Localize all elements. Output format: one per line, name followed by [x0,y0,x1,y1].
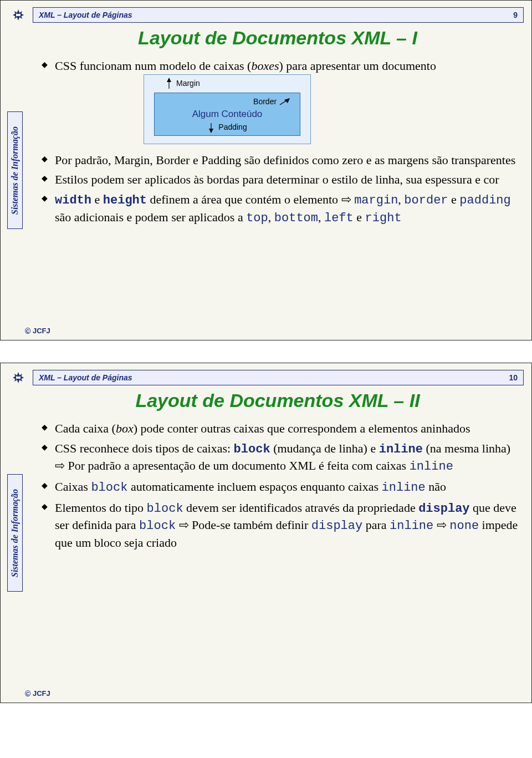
svg-marker-20 [14,378,17,381]
footer-text: JCFJ [33,327,50,335]
footer-text: JCFJ [33,689,50,698]
kw: display [418,502,469,516]
arrow-diag-icon [279,98,291,106]
side-label: Sistemas de Informação [7,111,23,229]
kw: inline [379,442,423,456]
text: definem a área que contém o elemento [147,192,341,206]
bullet-list: CSS funcionam num modelo de caixas (boxe… [36,58,519,226]
svg-marker-21 [19,378,22,381]
code: border [404,194,448,207]
code: bottom [274,211,318,225]
code: inline [382,481,426,495]
copyright-icon: © [25,689,30,698]
text: são adicionais e podem ser aplicados a [55,210,246,224]
header-title: XML – Layout de Páginas [39,373,132,382]
box-model-diagram: Margin Border Algum Conteúdo [144,74,519,144]
svg-marker-0 [17,9,20,14]
code: block [91,481,127,495]
text: ) para apresentar um documento [279,59,436,73]
header-title-strip: XML – Layout de Páginas 9 [33,7,524,23]
slide-header: XML – Layout de Páginas 10 [8,370,524,385]
code: margin [354,194,398,207]
diagram-content-label: Algum Conteúdo [160,108,294,121]
header-title: XML – Layout de Páginas [39,11,132,19]
diagram-padding-label: Padding [218,122,247,133]
svg-marker-9 [167,78,171,82]
text: e [354,210,365,224]
text: Por padrão a apresentação de um document… [65,459,410,472]
bullet-4: width e height definem a área que contém… [42,191,519,226]
bullet-1: CSS funcionam num modelo de caixas (boxe… [42,58,519,144]
svg-marker-1 [17,16,20,21]
code: padding [459,194,510,207]
code: block [147,502,183,516]
bullet-3: Caixas block automaticamente incluem esp… [42,479,519,496]
code: right [365,211,402,225]
diagram-border-row: Border [160,96,294,107]
side-label: Sistemas de Informação [7,474,23,592]
bullet-list: Cada caixa (box) pode conter outras caix… [36,420,519,551]
logo-icon [8,7,28,23]
bullet-2: CSS reconhece dois tipos de caixas: bloc… [42,440,519,475]
text: Caixas [55,480,91,494]
diagram-inner: Border Algum Conteúdo Padding [154,93,300,136]
text: , [398,192,404,206]
diagram-padding-row: Padding [155,122,300,133]
page-number: 9 [513,11,518,19]
text: , [318,210,324,224]
text: ) pode conter outras caixas que correspo… [134,421,470,435]
slide-content: Layout de Documentos XML – II Cada caixa… [36,390,519,551]
footer: © JCFJ [25,689,50,698]
diagram-outer: Margin Border Algum Conteúdo [144,74,311,144]
footer: © JCFJ [25,327,50,335]
code: top [246,211,268,225]
text: e [448,192,460,206]
code: none [449,519,479,533]
arrow-right-icon: ⇨ [437,518,447,532]
arrow-right-icon: ⇨ [55,459,65,472]
code: block [139,519,176,533]
slide-title: Layout de Documentos XML – II [36,390,519,411]
text: para [362,518,390,532]
code: left [324,211,354,225]
bullet-1: Cada caixa (box) pode conter outras caix… [42,420,519,437]
text: CSS reconhece dois tipos de caixas: [55,441,234,455]
slide-header: XML – Layout de Páginas 9 [8,7,524,23]
kw: height [103,194,147,207]
copyright-icon: © [25,327,30,335]
diagram-margin-row: Margin [144,75,310,93]
code: display [311,519,362,533]
diagram-margin-label: Margin [176,78,200,89]
arrow-right-icon: ⇨ [179,518,189,532]
arrow-up-icon [165,78,173,90]
slide-title: Layout de Documentos XML – I [36,27,519,49]
code: inline [410,460,453,474]
text: não [426,480,446,494]
svg-marker-5 [19,11,22,14]
slide-content: Layout de Documentos XML – I CSS funcion… [36,27,519,226]
slide-9: XML – Layout de Páginas 9 Sistemas de In… [0,0,532,340]
svg-marker-7 [19,16,22,19]
code: inline [390,519,433,533]
text: e [91,192,103,206]
text: Pode-se também definir [189,518,311,532]
text: Cada caixa ( [55,421,116,435]
text: devem ser identificados através da propr… [183,501,419,515]
bullet-4: Elementos do tipo block devem ser identi… [42,500,519,551]
logo-icon [8,370,28,385]
arrow-down-icon [207,122,215,133]
text: (mudança de linha) e [270,441,379,455]
slide-10: XML – Layout de Páginas 10 Sistemas de I… [0,363,532,703]
svg-marker-19 [19,374,22,377]
text: Elementos do tipo [55,501,147,515]
svg-marker-15 [17,379,20,383]
diagram-border-label: Border [253,97,277,106]
svg-marker-11 [284,98,290,103]
svg-marker-4 [14,11,17,14]
page-number: 10 [509,373,518,382]
kw: block [234,442,270,456]
svg-marker-13 [209,129,213,133]
svg-marker-18 [14,374,17,377]
kw: width [55,194,91,207]
text: , [268,210,274,224]
